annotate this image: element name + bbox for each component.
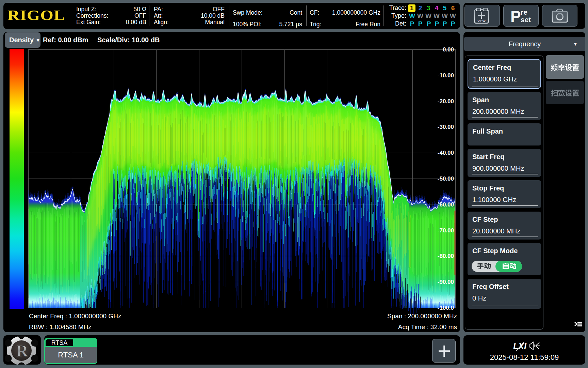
svg-text:-100.0: -100.0	[438, 305, 454, 311]
svg-text:-30.00: -30.00	[438, 124, 454, 130]
svg-text:-90.00: -90.00	[438, 279, 454, 285]
svg-text:P: P	[510, 7, 521, 25]
svg-text:-60.00: -60.00	[438, 201, 454, 208]
svg-text:VIEW: VIEW	[477, 19, 486, 23]
svg-text:-40.00: -40.00	[438, 150, 454, 156]
svg-text:-70.00: -70.00	[438, 227, 454, 234]
svg-text:-10.00: -10.00	[438, 72, 454, 79]
svg-text:0.00: 0.00	[443, 46, 454, 53]
svg-text:-80.00: -80.00	[438, 253, 454, 259]
svg-text:-50.00: -50.00	[438, 175, 454, 182]
svg-text:R: R	[16, 342, 29, 360]
svg-text:-20.00: -20.00	[438, 98, 454, 105]
svg-text:set: set	[521, 16, 531, 24]
svg-text:re: re	[521, 8, 527, 16]
